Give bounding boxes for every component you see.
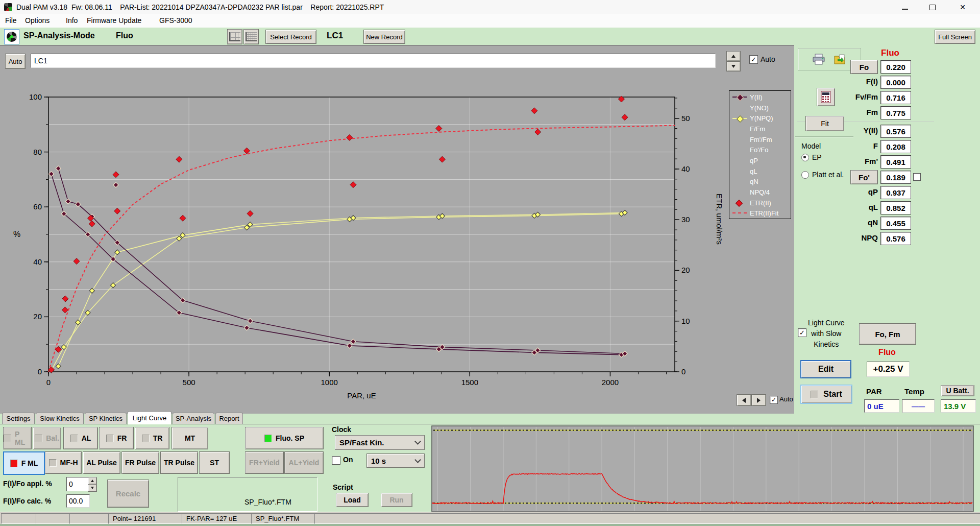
- edit-button[interactable]: Edit: [800, 360, 851, 378]
- fit-button[interactable]: Fit: [805, 116, 844, 131]
- model-option-platt-et-al-[interactable]: Platt et al.: [801, 171, 844, 179]
- close-button[interactable]: ✕: [947, 0, 978, 14]
- control-button-tr-pulse[interactable]: TR Pulse: [160, 451, 198, 474]
- fluo-row-value-8: 0.937: [880, 186, 911, 199]
- record-name-input[interactable]: [31, 54, 716, 68]
- control-button-label: Bal.: [46, 434, 59, 442]
- control-button-f-ml[interactable]: F ML: [3, 451, 45, 475]
- chart-legend: Y(II)Y(NO)Y(NPQ)F/FmFm'/FmFo'/FoqPqLqNNP…: [729, 90, 791, 219]
- control-button-al-pulse[interactable]: AL Pulse: [83, 451, 120, 474]
- status-cell-5: SP_Fluo*.FTM: [251, 513, 317, 524]
- maximize-button[interactable]: [920, 0, 945, 14]
- fluo-row-value-2: 0.716: [880, 91, 911, 104]
- legend-entry-fo-fo: Fo'/Fo: [732, 145, 791, 155]
- model-option-ep[interactable]: EP: [801, 153, 822, 161]
- new-record-button[interactable]: New Record: [363, 30, 405, 44]
- legend-marker: [732, 147, 750, 154]
- fluo-row-button-0[interactable]: Fo: [850, 60, 878, 74]
- fluo-row-label-6: Fm': [848, 157, 878, 165]
- tab-sp-analysis[interactable]: SP-Analysis: [173, 413, 214, 424]
- minimize-button[interactable]: [892, 0, 918, 14]
- gain-select[interactable]: +0.25 V: [867, 362, 910, 377]
- tab-light-curve[interactable]: Light Curve: [128, 411, 172, 424]
- record-spin-down-button[interactable]: [726, 61, 741, 71]
- spin-down-icon: [731, 65, 736, 68]
- control-button-label: AL+Yield: [289, 459, 320, 467]
- control-button-p-ml[interactable]: P ML: [3, 427, 32, 449]
- control-button-tr[interactable]: TR: [135, 427, 169, 449]
- tab-report[interactable]: Report: [215, 413, 243, 424]
- app-icon: [4, 3, 12, 11]
- start-button[interactable]: Start: [800, 385, 852, 404]
- tab-sp-kinetics[interactable]: SP Kinetics: [85, 413, 127, 424]
- script-load-button[interactable]: Load: [336, 493, 369, 507]
- model-label: Model: [801, 142, 821, 150]
- menu-item-file[interactable]: File: [5, 16, 17, 25]
- record-auto-checkbox-label: Auto: [761, 55, 775, 63]
- control-button-label: TR Pulse: [164, 459, 194, 467]
- fluo-values-panel: Fo0.220F(I)0.000Fv/Fm0.716Fm0.775Y(II)0.…: [848, 59, 934, 269]
- record-next-button[interactable]: [751, 394, 766, 406]
- legend-entry-y-npq-: Y(NPQ): [732, 113, 791, 124]
- menu-item-firmware-update[interactable]: Firmware Update: [87, 16, 141, 25]
- fluo-row-button-7[interactable]: Fo': [850, 170, 878, 184]
- light-curve-slow-kinetics-checkbox[interactable]: ✓: [798, 328, 806, 337]
- control-button-al[interactable]: AL: [63, 427, 98, 449]
- temp-value: ——: [902, 399, 935, 413]
- control-button-fr[interactable]: FR: [99, 427, 134, 449]
- mode-label: SP-Analysis-Mode: [23, 31, 95, 40]
- fifo-appl-value[interactable]: 0: [66, 477, 90, 491]
- record-spin-up-button[interactable]: [726, 51, 741, 61]
- control-button-fr+yield[interactable]: FR+Yield: [245, 451, 284, 474]
- pam-logo-button[interactable]: [4, 29, 19, 44]
- legend-marker: [732, 199, 750, 206]
- script-run-button[interactable]: Run: [381, 493, 412, 507]
- par-value: 0 uE: [864, 399, 899, 413]
- control-button-st[interactable]: ST: [199, 451, 230, 474]
- menu-bar: FileOptionsInfoFirmware UpdateGFS-3000: [0, 14, 980, 28]
- menu-item-gfs-3000[interactable]: GFS-3000: [159, 16, 192, 25]
- fifo-spin-up[interactable]: [88, 477, 97, 485]
- chart-layout-button-1[interactable]: [227, 29, 242, 44]
- chart-layout-button-2[interactable]: [243, 29, 259, 44]
- legend-dash: [732, 212, 747, 213]
- menu-item-info[interactable]: Info: [66, 16, 78, 25]
- fo-prime-checkbox[interactable]: [913, 173, 921, 181]
- control-button-fr-pulse[interactable]: FR Pulse: [121, 451, 159, 474]
- control-button-mf-h[interactable]: MF-H: [45, 451, 82, 474]
- legend-label: ETR(II): [750, 199, 771, 207]
- control-button-bal-[interactable]: Bal.: [33, 427, 61, 449]
- svg-text:60: 60: [33, 202, 42, 211]
- export-report-icon[interactable]: [834, 54, 847, 65]
- current-record-label: LC1: [327, 31, 343, 41]
- record-prev-button[interactable]: [737, 394, 751, 406]
- record-auto-button[interactable]: Auto: [5, 54, 26, 69]
- title-bar: Dual PAM v3.18 Fw: 08.06.11 PAR-List: 20…: [0, 0, 980, 15]
- control-button-al+yield[interactable]: AL+Yield: [284, 451, 324, 474]
- temp-label: Temp: [904, 387, 924, 396]
- legend-marker: [732, 157, 750, 164]
- fluo-row-label-2: Fv/Fm: [848, 92, 878, 101]
- select-record-button[interactable]: Select Record: [265, 30, 316, 44]
- fo-fm-button[interactable]: Fo, Fm: [859, 323, 916, 345]
- fifo-spin-down[interactable]: [88, 484, 97, 492]
- calculator-button[interactable]: [817, 88, 835, 106]
- print-icon[interactable]: [812, 54, 825, 65]
- chart-auto-label: Auto: [779, 395, 793, 403]
- light-curve-slow-kinetics-label: Light Curve with Slow Kinetics: [808, 318, 845, 350]
- menu-item-options[interactable]: Options: [25, 16, 50, 25]
- clock-mode-select[interactable]: SP/Fast Kin.: [335, 435, 425, 450]
- clock-interval-select[interactable]: 10 s: [366, 453, 425, 468]
- clock-on-checkbox[interactable]: [332, 456, 340, 465]
- record-auto-checkbox[interactable]: ✓: [749, 55, 758, 64]
- legend-diamond: [737, 94, 744, 101]
- tab-settings[interactable]: Settings: [2, 413, 35, 424]
- control-button-mt[interactable]: MT: [172, 427, 208, 449]
- indicator-green: [264, 435, 272, 442]
- control-button-fluo-sp[interactable]: Fluo. SP: [245, 427, 324, 449]
- chart-auto-checkbox[interactable]: ✓: [770, 396, 778, 404]
- recalc-button[interactable]: Recalc: [107, 480, 149, 508]
- tab-slow-kinetics[interactable]: Slow Kinetics: [36, 413, 84, 424]
- svg-text:40: 40: [681, 164, 690, 173]
- full-screen-button[interactable]: Full Screen: [935, 30, 975, 44]
